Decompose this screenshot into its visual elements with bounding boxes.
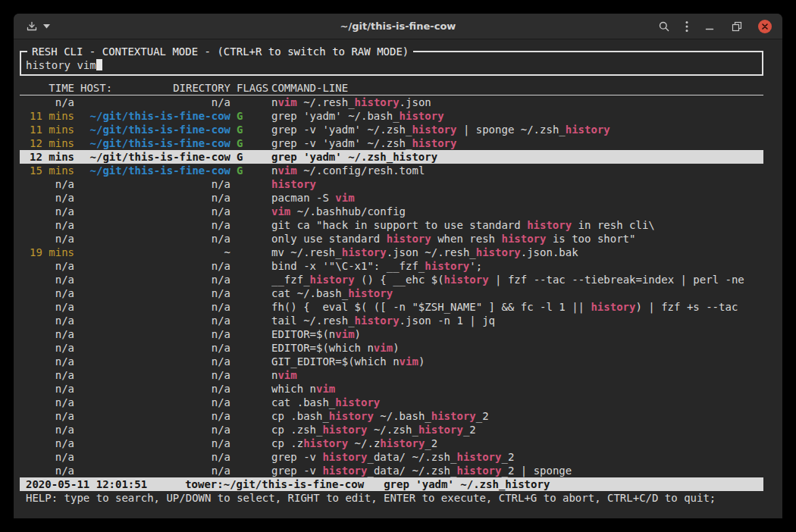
row-flags xyxy=(237,218,270,232)
history-row[interactable]: 19 mins~mv ~/.resh_history.json ~/.resh_… xyxy=(20,246,763,259)
close-button[interactable] xyxy=(758,20,772,33)
row-time: 11 mins xyxy=(26,109,74,123)
row-command: cat .bash_history xyxy=(271,396,763,409)
history-row[interactable]: n/an/a__fzf_history () { __ehc $(history… xyxy=(20,273,763,286)
minimize-icon xyxy=(704,20,716,33)
table-header: TIME HOST:DIRECTORY FLAGS COMMAND-LINE xyxy=(20,81,763,95)
command-text: mv ~/.resh_ xyxy=(271,246,342,258)
history-row[interactable]: 15 mins~/git/this-is-fine-cowGnvim ~/.co… xyxy=(20,164,763,177)
history-row[interactable]: n/an/aEDITOR=$(which nvim) xyxy=(20,341,763,355)
row-flags xyxy=(237,205,270,218)
history-row[interactable]: n/an/ahistory xyxy=(20,177,763,191)
command-match-text: vim xyxy=(335,192,354,204)
history-row[interactable]: n/an/aGIT_EDITOR=$(which nvim) xyxy=(20,355,763,368)
command-text: '; xyxy=(469,260,482,272)
command-match-text: history xyxy=(335,396,380,408)
row-host-directory: n/a xyxy=(80,314,230,327)
status-bar: 2020-05-11 12:01:51 tower:~/git/this-is-… xyxy=(20,477,763,491)
history-row[interactable]: n/an/anvim ~/.resh_history.json xyxy=(20,95,763,109)
row-command: git ca "hack in support to use standard … xyxy=(271,218,763,232)
row-command: pacman -S vim xyxy=(271,191,763,205)
history-row[interactable]: n/an/avim ~/.bashhub/config xyxy=(20,205,763,218)
command-text: tail ~/.resh_ xyxy=(271,315,355,327)
row-time: 12 mins xyxy=(26,136,74,150)
restore-button[interactable] xyxy=(731,20,743,33)
resh-search-box: RESH CLI - CONTEXTUAL MODE - (CTRL+R to … xyxy=(20,45,763,76)
history-row[interactable]: n/an/acp .bash_history ~/.bash_history_2 xyxy=(20,409,763,423)
row-flags xyxy=(237,450,270,464)
history-row[interactable]: n/an/acp .zhistory ~/.zhistory_2 xyxy=(20,437,763,450)
history-row[interactable]: 11 mins~/git/this-is-fine-cowGgrep -v 'y… xyxy=(20,123,763,136)
command-match-text: history xyxy=(355,96,400,108)
command-match-text: history xyxy=(271,178,316,190)
row-host-directory: n/a xyxy=(80,355,230,368)
row-flags xyxy=(237,286,270,300)
row-host-directory: n/a xyxy=(80,286,230,300)
command-text: .json -n 1 | jq xyxy=(400,315,495,327)
terminal-screen[interactable]: RESH CLI - CONTEXTUAL MODE - (CTRL+R to … xyxy=(14,40,782,518)
command-text: git ca "hack in support to use standard xyxy=(271,219,527,231)
row-time: 19 mins xyxy=(26,246,74,259)
command-text: is too short" xyxy=(546,233,635,245)
command-match-text: history xyxy=(412,137,456,149)
command-match-text: vim xyxy=(374,342,393,354)
titlebar-right-controls xyxy=(658,20,782,33)
kebab-menu-icon xyxy=(685,20,688,33)
history-row[interactable]: 11 mins~/git/this-is-fine-cowGgrep 'yadm… xyxy=(20,109,763,123)
row-time: n/a xyxy=(26,191,74,205)
command-text: in resh cli\ xyxy=(572,219,655,231)
row-flags xyxy=(237,246,270,259)
command-text: .json ~/.resh_ xyxy=(387,246,476,258)
row-command: grep -v history_data/ ~/.zsh_history_2 |… xyxy=(271,464,763,477)
text-cursor xyxy=(96,59,102,70)
row-command: vim ~/.bashhub/config xyxy=(271,205,763,218)
history-row[interactable]: n/an/awhich nvim xyxy=(20,382,763,396)
history-row[interactable]: n/an/acp .zsh_history ~/.zsh_history_2 xyxy=(20,423,763,437)
history-row[interactable]: 12 mins~/git/this-is-fine-cowGgrep 'yadm… xyxy=(20,150,763,164)
row-command: grep -v 'yadm' ~/.zsh_history | sponge ~… xyxy=(271,123,763,136)
row-time: n/a xyxy=(26,327,74,341)
row-host-directory: ~ xyxy=(80,246,230,259)
history-row[interactable]: n/an/atail ~/.resh_history.json -n 1 | j… xyxy=(20,314,763,327)
history-row[interactable]: n/an/agrep -v history_data/ ~/.zsh_histo… xyxy=(20,450,763,464)
command-match-text: history xyxy=(322,424,367,436)
row-flags xyxy=(237,327,270,341)
command-match-text: history xyxy=(444,274,489,286)
command-match-text: history xyxy=(342,246,387,258)
row-time: 11 mins xyxy=(26,123,74,136)
titlebar-left-controls xyxy=(14,20,50,33)
history-row[interactable]: n/an/agit ca "hack in support to use sta… xyxy=(20,218,763,232)
history-row[interactable]: n/an/anvim xyxy=(20,368,763,382)
search-input[interactable]: history vim xyxy=(26,58,757,72)
history-row[interactable]: n/an/aonly use standard history when res… xyxy=(20,232,763,246)
command-match-text: history xyxy=(418,424,463,436)
history-row[interactable]: n/an/aEDITOR=$(nvim) xyxy=(20,327,763,341)
command-match-text: history xyxy=(387,233,431,245)
row-command: cat ~/.bash_history xyxy=(271,286,763,300)
row-flags: G xyxy=(237,136,270,150)
command-text: cat .bash_ xyxy=(271,396,335,408)
minimize-button[interactable] xyxy=(704,20,716,33)
titlebar[interactable]: ~/git/this-is-fine-cow xyxy=(14,14,782,39)
command-text: grep -v 'yadm' ~/.zsh_ xyxy=(271,124,412,136)
row-flags: G xyxy=(237,164,270,177)
row-flags xyxy=(237,300,270,314)
menu-button[interactable] xyxy=(685,20,688,33)
command-text: ) xyxy=(418,355,425,368)
history-row[interactable]: n/an/acat .bash_history xyxy=(20,396,763,409)
history-row[interactable]: n/an/acat ~/.bash_history xyxy=(20,286,763,300)
command-text: ) xyxy=(355,328,361,340)
command-text: GIT_EDITOR=$(which n xyxy=(271,355,400,368)
row-command: grep 'yadm' ~/.bash_history xyxy=(271,109,763,123)
history-row[interactable]: n/an/afh() { eval $( ([ -n "$ZSH_NAME" ]… xyxy=(20,300,763,314)
new-terminal-button[interactable] xyxy=(26,20,50,33)
history-row[interactable]: n/an/abind -x '"\C-x1": __fzf_history'; xyxy=(20,259,763,273)
command-match-text: history xyxy=(348,287,393,299)
row-host-directory: n/a xyxy=(80,464,230,477)
search-button[interactable] xyxy=(658,20,670,33)
command-match-text: history xyxy=(310,274,355,286)
history-row[interactable]: n/an/agrep -v history_data/ ~/.zsh_histo… xyxy=(20,464,763,477)
history-row[interactable]: n/an/apacman -S vim xyxy=(20,191,763,205)
command-match-text: vim xyxy=(277,96,296,108)
history-row[interactable]: 12 mins~/git/this-is-fine-cowGgrep -v 'y… xyxy=(20,136,763,150)
